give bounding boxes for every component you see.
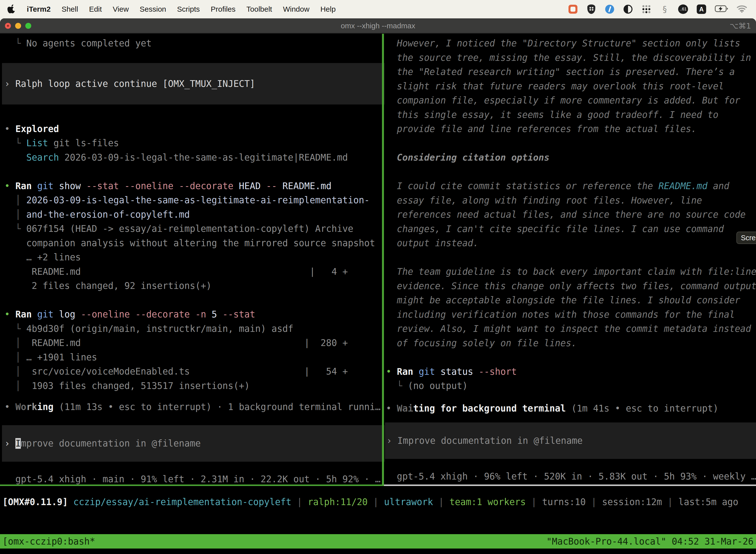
screen-share-button[interactable]: Scre <box>737 232 756 244</box>
terminal-line: 2 files changed, 92 insertions(+) <box>4 279 386 293</box>
iterm2-window: omx --xhigh --madmax ⌥⌘1 └ No agents com… <box>0 18 756 554</box>
menu-item-shell[interactable]: Shell <box>62 5 78 13</box>
wifi-icon[interactable] <box>737 4 747 14</box>
terminal-line: • Waiting for background terminal (1m 41… <box>386 401 756 416</box>
terminal-line: I could cite commit statistics or refere… <box>386 179 756 193</box>
dark-disc-icon[interactable] <box>623 4 633 14</box>
blank-line <box>386 165 756 179</box>
zoom-button[interactable] <box>25 23 31 29</box>
terminal-line: • Explored <box>4 122 386 136</box>
terminal-area: └ No agents completed yet› Ralph loop ac… <box>0 34 756 488</box>
terminal-line: Search 2026-03-09-is-legal-the-same-as-l… <box>4 151 386 165</box>
chat-icon[interactable] <box>568 4 578 14</box>
terminal-line: │ … +1901 lines <box>4 350 386 365</box>
tmux-pane-right[interactable]: However, I noticed the "Directory Struct… <box>384 34 756 487</box>
battery-icon[interactable] <box>715 4 728 14</box>
terminal-line: this single essay, it seems like a good … <box>386 108 756 122</box>
hook-icon[interactable]: § <box>660 4 670 14</box>
terminal-line: Considering citation options <box>386 151 756 165</box>
terminal-line: The team guideline is to back every impo… <box>386 265 756 279</box>
terminal-line: └ List git ls-files <box>4 136 386 151</box>
composer-input-left[interactable]: › Improve documentation in @filename <box>2 425 384 462</box>
terminal-line: evidence. Since this change only affects… <box>386 279 756 293</box>
menu-item-edit[interactable]: Edit <box>89 5 102 13</box>
pane-divider[interactable] <box>382 34 384 486</box>
close-button[interactable] <box>5 23 11 29</box>
terminal-line: … +2 lines <box>4 250 386 265</box>
terminal-line: output instead. <box>386 236 756 251</box>
menu-item-toolbelt[interactable]: Toolbelt <box>247 5 272 13</box>
terminal-line: │ src/voice/voiceModeEnabled.ts | 54 + <box>4 365 386 379</box>
shield-icon[interactable] <box>586 4 596 14</box>
right-pane-border <box>384 485 756 486</box>
terminal-line: • Ran git log --oneline --decorate -n 5 … <box>4 307 386 322</box>
terminal-line: changes, I can't cite specific file line… <box>386 222 756 236</box>
minimize-button[interactable] <box>15 23 21 29</box>
screen-share-label: Scre <box>741 234 756 242</box>
menu-item-iterm2[interactable]: iTerm2 <box>27 5 51 13</box>
terminal-line: gpt-5.4 xhigh · 96% left · 520K in · 5.8… <box>386 469 756 484</box>
window-title-bar[interactable]: omx --xhigh --madmax ⌥⌘1 <box>0 18 756 34</box>
menu-items: iTerm2ShellEditViewSessionScriptsProfile… <box>27 5 346 13</box>
terminal-line: │ 2026-03-09-is-legal-the-same-as-legiti… <box>4 193 386 208</box>
menu-status-icons: §..61A <box>568 4 756 14</box>
terminal-line: └ 4b9d30f (origin/main, instructkr/main,… <box>4 322 386 336</box>
terminal-line: README.md | 4 + <box>4 265 386 279</box>
terminal-line: review. Also, I might want to inspect th… <box>386 322 756 336</box>
blank-line <box>386 251 756 265</box>
window-title: omx --xhigh --madmax <box>341 21 415 30</box>
terminal-line: of focusing solely on file lines. <box>386 336 756 350</box>
tmux-status-bar: [omx-cczip0:bash* "MacBook-Pro-44.local"… <box>0 534 756 549</box>
terminal-line: including verification notes with those … <box>386 308 756 322</box>
terminal-line: companion file, especially if more comme… <box>386 93 756 108</box>
terminal-line: the source tree, missing the essay. Stil… <box>386 51 756 65</box>
terminal-line: │ 1903 files changed, 513517 insertions(… <box>4 379 386 393</box>
terminal-line: • Ran git show --stat --oneline --decora… <box>4 179 386 193</box>
left-pane-border <box>0 485 384 486</box>
menu-item-session[interactable]: Session <box>140 5 166 13</box>
terminal-line: However, I noticed the "Directory Struct… <box>386 36 756 51</box>
terminal-line: │ and-the-erosion-of-copyleft.md <box>4 208 386 222</box>
traffic-lights <box>5 18 31 33</box>
screen: iTerm2ShellEditViewSessionScriptsProfile… <box>0 0 756 554</box>
ralph-loop-prompt-box[interactable]: › Ralph loop active continue [OMX_TMUX_I… <box>2 63 384 105</box>
menu-item-help[interactable]: Help <box>320 5 336 13</box>
badge-61-icon[interactable]: ..61 <box>678 4 688 14</box>
terminal-line: └ (no output) <box>386 379 756 393</box>
menu-item-scripts[interactable]: Scripts <box>177 5 200 13</box>
menu-item-window[interactable]: Window <box>283 5 310 13</box>
blue-badge-icon[interactable] <box>605 4 615 14</box>
terminal-line: the "Related research writing" section i… <box>386 65 756 79</box>
terminal-line: └ 067f154 (HEAD -> essay/ai-reimplementa… <box>4 222 386 236</box>
terminal-line: references need actual files, and since … <box>386 208 756 222</box>
tmux-pane-left[interactable]: └ No agents completed yet› Ralph loop ac… <box>0 34 386 487</box>
terminal-line: │ README.md | 280 + <box>4 336 386 350</box>
blank-line <box>386 350 756 365</box>
terminal-line: provide file and line references from th… <box>386 122 756 136</box>
blank-line <box>386 136 756 151</box>
menu-item-view[interactable]: View <box>113 5 129 13</box>
window-shortcut-badge: ⌥⌘1 <box>730 21 751 30</box>
blank-line <box>4 165 386 179</box>
a-key-icon[interactable]: A <box>696 4 706 14</box>
omx-status-bar: [OMX#0.11.9] cczip/essay/ai-reimplementa… <box>0 496 756 508</box>
terminal-line: might be acceptable alongside the file l… <box>386 293 756 308</box>
terminal-line: • Ran git status --short <box>386 365 756 379</box>
terminal-line: └ No agents completed yet <box>4 36 386 51</box>
blank-line <box>4 293 386 308</box>
apple-menu-icon[interactable] <box>7 4 16 14</box>
tmux-host-clock: "MacBook-Pro-44.local" 04:52 31-Mar-26 <box>547 536 754 547</box>
composer-input-right[interactable]: › Improve documentation in @filename <box>385 423 756 459</box>
terminal-line: slight risk that future readers may over… <box>386 79 756 94</box>
dots-grid-icon[interactable] <box>641 4 651 14</box>
terminal-line: [OMX#0.11.9] cczip/essay/ai-reimplementa… <box>2 496 756 508</box>
terminal-line: companion analysis without altering the … <box>4 236 386 251</box>
terminal-line: gpt-5.4 xhigh · main · 91% left · 2.31M … <box>4 472 386 487</box>
terminal-line: • Working (11m 13s • esc to interrupt) ·… <box>4 400 386 414</box>
terminal-line: essay file, along with finding root file… <box>386 193 756 208</box>
tmux-session-label: [omx-cczip0:bash* <box>2 536 95 547</box>
menu-item-profiles[interactable]: Profiles <box>210 5 235 13</box>
